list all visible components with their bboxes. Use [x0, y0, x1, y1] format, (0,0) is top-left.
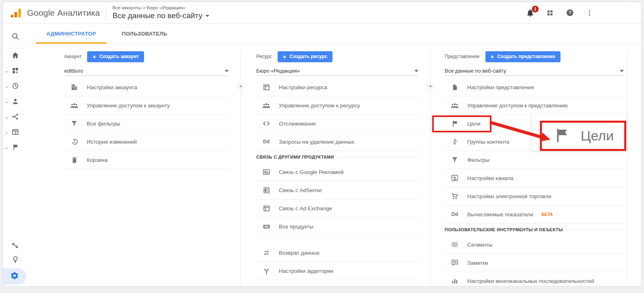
sidebar-item-conversions-flag[interactable]: ▸ [3, 143, 28, 153]
chevron-down-icon [414, 70, 418, 72]
admin-user-tabs: АДМИНИСТРАТОР ПОЛЬЗОВАТЕЛЬ [28, 24, 641, 44]
funnel-icon [69, 119, 79, 128]
create-property-button[interactable]: + Создать ресурс [278, 51, 333, 62]
list-item[interactable]: Настройки представления [445, 78, 624, 96]
list-item-label: Цели [467, 121, 480, 127]
sidebar-item-home[interactable] [3, 51, 28, 61]
bell-icon[interactable]: 1 [525, 8, 535, 18]
list-item-label: Фильтры [467, 157, 489, 163]
dd-icon: Dd [261, 137, 271, 146]
funnel-icon [450, 155, 460, 165]
list-item[interactable]: Все фильтры [64, 115, 229, 133]
plus-icon: + [283, 54, 286, 60]
sidebar-item-acquisition-share[interactable]: ▸ [3, 113, 28, 122]
list-item[interactable]: Настройки аккаунта [64, 78, 229, 96]
property-column: Ресурс + Создать ресурс Бюро «Редакция» … [256, 44, 420, 286]
sidebar-item-audience-person[interactable]: ▸ [3, 97, 28, 107]
header-divider [106, 6, 106, 20]
create-view-button[interactable]: + Создать представление [485, 51, 560, 62]
list-item-label: Все продукты [279, 224, 314, 230]
list-item[interactable]: Настройки многоканальных последовательно… [445, 272, 624, 287]
window-columns-icon [261, 203, 271, 213]
list-item[interactable]: Отслеживание [256, 115, 418, 133]
section-rule [339, 157, 418, 157]
chevron-down-icon [225, 70, 229, 72]
create-account-button[interactable]: + Создать аккаунт [87, 51, 144, 62]
account-settings-list: Настройки аккаунтаУправление доступом к … [64, 78, 229, 169]
expand-caret-icon[interactable]: ▸ [6, 70, 8, 73]
article-icon [261, 167, 271, 177]
list-item[interactable]: Настройки канала [445, 169, 624, 187]
list-item[interactable]: Управление доступом к представлению [445, 96, 624, 115]
sidebar-item-customization-grid[interactable]: ▸ [3, 67, 28, 76]
expand-caret-icon[interactable]: ▸ [6, 131, 8, 135]
discover-bulb-icon [11, 255, 19, 265]
list-item[interactable]: Связь с Ad Exchange [256, 199, 418, 218]
list-item-label: Настройки аккаунта [87, 84, 137, 90]
sidebar-item-realtime-clock[interactable]: ▸ [3, 82, 28, 92]
behavior-window-icon [11, 128, 19, 138]
realtime-clock-icon [11, 82, 19, 92]
list-item-label: Вычисляемые показатели [467, 211, 533, 218]
account-selector[interactable]: editburo [64, 66, 229, 76]
note-icon [450, 258, 460, 268]
header-actions: 1? [525, 8, 641, 18]
list-item[interactable]: Заметки [445, 254, 624, 272]
goals-zoom-callout: Цели [532, 114, 626, 151]
help-icon[interactable]: ? [565, 8, 575, 18]
page-title: Все данные по веб-сайту [113, 11, 203, 21]
expand-caret-icon[interactable]: ▸ [6, 146, 8, 150]
list-item[interactable]: Настройки аудитории [256, 262, 418, 280]
list-item[interactable]: Связь с AdSense [256, 181, 418, 199]
google-analytics-logo[interactable]: Google Аналитика [3, 8, 100, 18]
list-item-label: Управление доступом к представлению [467, 103, 568, 109]
list-item[interactable]: DdВычисляемые показателиБЕТА [445, 205, 624, 224]
list-item[interactable]: Сегменты [445, 236, 624, 254]
list-item[interactable]: История изменений [64, 133, 229, 151]
search-button[interactable] [3, 31, 28, 43]
history-icon [69, 137, 79, 146]
sidebar-item-attribution-curve[interactable] [3, 242, 28, 251]
people-icon [261, 100, 271, 110]
admin-content: Аккаунт + Создать аккаунт editburo Настр… [28, 44, 641, 286]
breadcrumb[interactable]: Все аккаунты > Бюро «Редакция» [113, 5, 209, 10]
list-item[interactable]: DdЗапросы на удаление данных [256, 133, 418, 151]
list-item-label: Настройки электронной торговли [467, 193, 551, 199]
list-item[interactable]: Настройки электронной торговли [445, 187, 624, 205]
list-item[interactable]: Управление доступом к аккаунту [64, 96, 229, 115]
list-item[interactable]: Связь с Google Рекламой [256, 163, 418, 181]
list-item-label: Настройки канала [467, 175, 513, 181]
property-selector[interactable]: Бюро «Редакция» [256, 66, 418, 76]
list-item[interactable]: Управление доступом к ресурсу [256, 96, 418, 115]
body-area: ▸▸▸▸▸▸ АДМИНИСТРАТОР ПОЛЬЗОВАТЕЛЬ [3, 24, 641, 286]
list-item[interactable]: Возврат данных [256, 244, 418, 262]
more-vert-icon[interactable] [585, 8, 594, 18]
expand-caret-icon[interactable]: ▸ [6, 85, 8, 89]
attribution-curve-icon [11, 241, 20, 252]
expand-caret-icon[interactable]: ▸ [6, 116, 8, 119]
expand-caret-icon[interactable]: ▸ [6, 100, 8, 104]
tab-user[interactable]: ПОЛЬЗОВАТЕЛЬ [111, 24, 178, 44]
plus-icon: + [491, 54, 494, 60]
sidebar-item-behavior-window[interactable]: ▸ [3, 128, 28, 138]
sidebar-item-admin[interactable] [3, 268, 26, 285]
list-item-label: Корзина [87, 157, 107, 163]
sidebar-nav: ▸▸▸▸▸▸ [3, 51, 28, 153]
notification-badge: 1 [532, 6, 539, 13]
logo-text: Google Аналитика [27, 8, 100, 18]
apps-grid-icon[interactable] [545, 8, 555, 18]
list-item[interactable]: Фильтры [445, 151, 624, 169]
doc-icon [450, 82, 460, 92]
content-right-edge [627, 50, 627, 286]
list-item[interactable]: Настройки ресурса [256, 78, 418, 96]
sidebar-item-discover-bulb[interactable] [3, 255, 28, 265]
tab-administrator[interactable]: АДМИНИСТРАТОР [36, 24, 107, 44]
plus-icon: + [92, 54, 96, 60]
y-branch-icon [261, 266, 271, 276]
list-item[interactable]: Все продукты [256, 218, 418, 236]
arrow-right-connector-icon [427, 83, 434, 90]
view-selector[interactable]: Все данные по веб-сайту [113, 11, 209, 21]
list-item[interactable]: Корзина [64, 151, 229, 169]
view-selector-dropdown[interactable]: Все данные по веб-сайту [445, 66, 624, 76]
list-item-label: Связь с Google Рекламой [279, 169, 344, 175]
